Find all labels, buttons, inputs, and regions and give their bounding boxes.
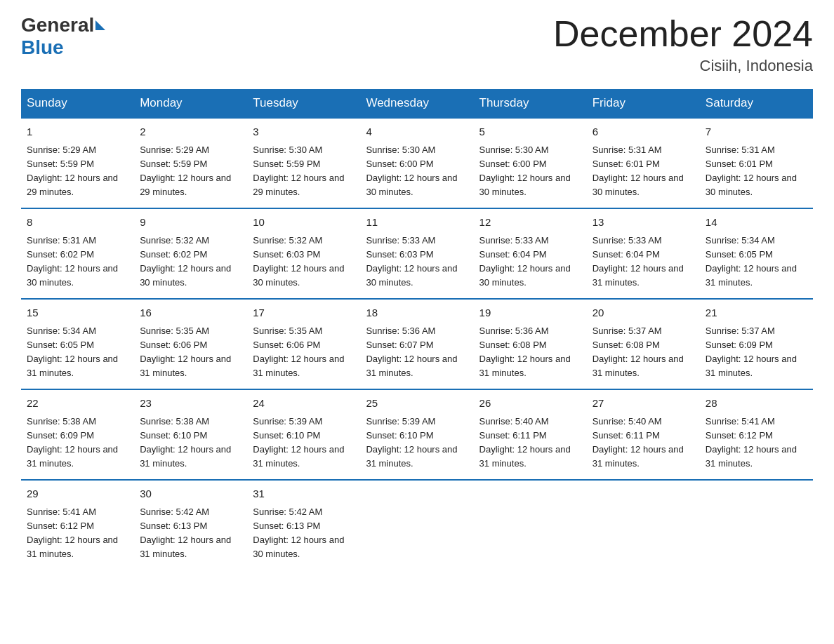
day-info: Sunrise: 5:30 AMSunset: 5:59 PMDaylight:…	[253, 143, 355, 200]
calendar-cell: 5Sunrise: 5:30 AMSunset: 6:00 PMDaylight…	[474, 118, 587, 208]
calendar-cell: 27Sunrise: 5:40 AMSunset: 6:11 PMDayligh…	[587, 389, 700, 480]
calendar-cell: 23Sunrise: 5:38 AMSunset: 6:10 PMDayligh…	[134, 389, 247, 480]
day-number: 8	[27, 215, 128, 231]
calendar-header-row: SundayMondayTuesdayWednesdayThursdayFrid…	[21, 89, 813, 118]
calendar-cell: 26Sunrise: 5:40 AMSunset: 6:11 PMDayligh…	[474, 389, 587, 480]
day-number: 11	[366, 215, 468, 231]
calendar-cell: 13Sunrise: 5:33 AMSunset: 6:04 PMDayligh…	[587, 208, 700, 299]
day-info: Sunrise: 5:37 AMSunset: 6:08 PMDaylight:…	[593, 324, 694, 381]
day-info: Sunrise: 5:41 AMSunset: 6:12 PMDaylight:…	[706, 415, 807, 471]
day-info: Sunrise: 5:39 AMSunset: 6:10 PMDaylight:…	[253, 415, 355, 471]
calendar-cell: 19Sunrise: 5:36 AMSunset: 6:08 PMDayligh…	[474, 299, 587, 389]
calendar-cell: 7Sunrise: 5:31 AMSunset: 6:01 PMDaylight…	[700, 118, 813, 208]
calendar-cell: 2Sunrise: 5:29 AMSunset: 5:59 PMDaylight…	[134, 118, 247, 208]
calendar-week-row: 15Sunrise: 5:34 AMSunset: 6:05 PMDayligh…	[21, 299, 813, 389]
calendar-week-row: 22Sunrise: 5:38 AMSunset: 6:09 PMDayligh…	[21, 389, 813, 480]
calendar-cell: 20Sunrise: 5:37 AMSunset: 6:08 PMDayligh…	[587, 299, 700, 389]
calendar-week-row: 29Sunrise: 5:41 AMSunset: 6:12 PMDayligh…	[21, 480, 813, 570]
header-wednesday: Wednesday	[360, 89, 473, 118]
title-block: December 2024 Cisiih, Indonesia	[553, 14, 813, 75]
day-info: Sunrise: 5:30 AMSunset: 6:00 PMDaylight:…	[366, 143, 468, 200]
calendar-cell: 17Sunrise: 5:35 AMSunset: 6:06 PMDayligh…	[247, 299, 360, 389]
day-info: Sunrise: 5:31 AMSunset: 6:01 PMDaylight:…	[593, 143, 694, 200]
day-number: 29	[27, 486, 128, 502]
calendar-cell: 14Sunrise: 5:34 AMSunset: 6:05 PMDayligh…	[700, 208, 813, 299]
calendar-cell: 24Sunrise: 5:39 AMSunset: 6:10 PMDayligh…	[247, 389, 360, 480]
calendar-cell: 18Sunrise: 5:36 AMSunset: 6:07 PMDayligh…	[360, 299, 473, 389]
calendar-cell: 28Sunrise: 5:41 AMSunset: 6:12 PMDayligh…	[700, 389, 813, 480]
day-info: Sunrise: 5:36 AMSunset: 6:07 PMDaylight:…	[366, 324, 468, 381]
day-info: Sunrise: 5:40 AMSunset: 6:11 PMDaylight:…	[593, 415, 694, 471]
day-number: 27	[593, 396, 694, 412]
day-info: Sunrise: 5:35 AMSunset: 6:06 PMDaylight:…	[140, 324, 241, 381]
header-monday: Monday	[134, 89, 247, 118]
day-info: Sunrise: 5:40 AMSunset: 6:11 PMDaylight:…	[479, 415, 581, 471]
day-number: 7	[706, 124, 807, 140]
calendar-week-row: 8Sunrise: 5:31 AMSunset: 6:02 PMDaylight…	[21, 208, 813, 299]
day-info: Sunrise: 5:32 AMSunset: 6:02 PMDaylight:…	[140, 234, 241, 290]
day-number: 5	[479, 124, 581, 140]
day-number: 30	[140, 486, 241, 502]
calendar-cell: 16Sunrise: 5:35 AMSunset: 6:06 PMDayligh…	[134, 299, 247, 389]
calendar-cell: 1Sunrise: 5:29 AMSunset: 5:59 PMDaylight…	[21, 118, 134, 208]
day-number: 9	[140, 215, 241, 231]
day-info: Sunrise: 5:35 AMSunset: 6:06 PMDaylight:…	[253, 324, 355, 381]
day-number: 6	[593, 124, 694, 140]
day-number: 17	[253, 305, 355, 321]
logo-blue-text: Blue	[21, 36, 64, 59]
calendar-cell	[700, 480, 813, 570]
page-header: General Blue December 2024 Cisiih, Indon…	[21, 14, 813, 75]
calendar-cell: 6Sunrise: 5:31 AMSunset: 6:01 PMDaylight…	[587, 118, 700, 208]
calendar-cell: 8Sunrise: 5:31 AMSunset: 6:02 PMDaylight…	[21, 208, 134, 299]
calendar-table: SundayMondayTuesdayWednesdayThursdayFrid…	[21, 89, 813, 570]
day-info: Sunrise: 5:39 AMSunset: 6:10 PMDaylight:…	[366, 415, 468, 471]
day-number: 22	[27, 396, 128, 412]
header-tuesday: Tuesday	[247, 89, 360, 118]
day-number: 31	[253, 486, 355, 502]
day-info: Sunrise: 5:34 AMSunset: 6:05 PMDaylight:…	[27, 324, 128, 381]
day-number: 14	[706, 215, 807, 231]
calendar-cell: 11Sunrise: 5:33 AMSunset: 6:03 PMDayligh…	[360, 208, 473, 299]
day-info: Sunrise: 5:41 AMSunset: 6:12 PMDaylight:…	[27, 505, 128, 562]
day-info: Sunrise: 5:42 AMSunset: 6:13 PMDaylight:…	[140, 505, 241, 562]
day-number: 1	[27, 124, 128, 140]
calendar-cell: 15Sunrise: 5:34 AMSunset: 6:05 PMDayligh…	[21, 299, 134, 389]
header-thursday: Thursday	[474, 89, 587, 118]
day-number: 15	[27, 305, 128, 321]
day-number: 12	[479, 215, 581, 231]
day-number: 26	[479, 396, 581, 412]
location-label: Cisiih, Indonesia	[553, 57, 813, 75]
day-number: 28	[706, 396, 807, 412]
day-info: Sunrise: 5:29 AMSunset: 5:59 PMDaylight:…	[27, 143, 128, 200]
calendar-cell: 25Sunrise: 5:39 AMSunset: 6:10 PMDayligh…	[360, 389, 473, 480]
calendar-cell: 10Sunrise: 5:32 AMSunset: 6:03 PMDayligh…	[247, 208, 360, 299]
day-number: 10	[253, 215, 355, 231]
day-info: Sunrise: 5:42 AMSunset: 6:13 PMDaylight:…	[253, 505, 355, 562]
logo-arrow-icon	[95, 20, 105, 30]
calendar-cell: 22Sunrise: 5:38 AMSunset: 6:09 PMDayligh…	[21, 389, 134, 480]
day-info: Sunrise: 5:33 AMSunset: 6:04 PMDaylight:…	[593, 234, 694, 290]
day-number: 3	[253, 124, 355, 140]
day-info: Sunrise: 5:33 AMSunset: 6:03 PMDaylight:…	[366, 234, 468, 290]
day-info: Sunrise: 5:38 AMSunset: 6:10 PMDaylight:…	[140, 415, 241, 471]
calendar-cell: 29Sunrise: 5:41 AMSunset: 6:12 PMDayligh…	[21, 480, 134, 570]
header-saturday: Saturday	[700, 89, 813, 118]
day-number: 25	[366, 396, 468, 412]
calendar-cell: 9Sunrise: 5:32 AMSunset: 6:02 PMDaylight…	[134, 208, 247, 299]
calendar-cell	[587, 480, 700, 570]
day-info: Sunrise: 5:31 AMSunset: 6:02 PMDaylight:…	[27, 234, 128, 290]
calendar-cell: 3Sunrise: 5:30 AMSunset: 5:59 PMDaylight…	[247, 118, 360, 208]
day-info: Sunrise: 5:33 AMSunset: 6:04 PMDaylight:…	[479, 234, 581, 290]
month-title: December 2024	[553, 14, 813, 54]
day-info: Sunrise: 5:29 AMSunset: 5:59 PMDaylight:…	[140, 143, 241, 200]
header-friday: Friday	[587, 89, 700, 118]
day-info: Sunrise: 5:31 AMSunset: 6:01 PMDaylight:…	[706, 143, 807, 200]
day-info: Sunrise: 5:38 AMSunset: 6:09 PMDaylight:…	[27, 415, 128, 471]
day-number: 13	[593, 215, 694, 231]
day-info: Sunrise: 5:36 AMSunset: 6:08 PMDaylight:…	[479, 324, 581, 381]
calendar-cell: 21Sunrise: 5:37 AMSunset: 6:09 PMDayligh…	[700, 299, 813, 389]
day-number: 20	[593, 305, 694, 321]
calendar-cell: 4Sunrise: 5:30 AMSunset: 6:00 PMDaylight…	[360, 118, 473, 208]
day-info: Sunrise: 5:37 AMSunset: 6:09 PMDaylight:…	[706, 324, 807, 381]
day-number: 2	[140, 124, 241, 140]
